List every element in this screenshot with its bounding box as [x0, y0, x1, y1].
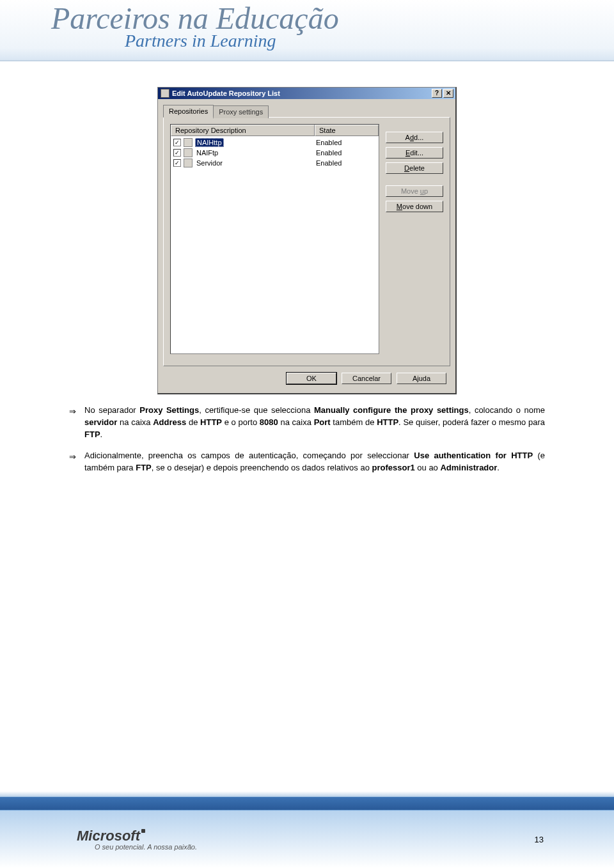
checkbox-icon[interactable]: ✓	[173, 149, 181, 157]
dialog-icon	[161, 89, 169, 98]
tab-proxy-settings[interactable]: Proxy settings	[213, 105, 269, 118]
delete-button[interactable]: Delete	[386, 162, 443, 174]
repo-icon	[184, 148, 193, 157]
repo-icon	[184, 138, 193, 147]
edit-button[interactable]: Edit...	[386, 147, 443, 159]
tab-strip: Repositories Proxy settings	[163, 104, 450, 117]
paragraph-2: ⇒ Adicionalmente, preencha os campos de …	[84, 450, 545, 474]
repo-state: Enabled	[312, 149, 376, 157]
repo-state: Enabled	[312, 139, 376, 146]
checkbox-icon[interactable]: ✓	[173, 139, 181, 146]
header-title: Parceiros na Educação	[51, 3, 614, 35]
cancel-button[interactable]: Cancelar	[342, 373, 391, 384]
col-description[interactable]: Repository Description	[171, 125, 315, 136]
list-item[interactable]: ✓ Servidor Enabled	[171, 158, 379, 168]
paragraph-1: ⇒ No separador Proxy Settings, certifiqu…	[84, 405, 545, 441]
add-button[interactable]: Add...	[386, 132, 443, 143]
bullet-arrow-icon: ⇒	[69, 406, 76, 418]
document-body-text: ⇒ No separador Proxy Settings, certifiqu…	[0, 394, 614, 474]
dialog-bottom-buttons: OK Cancelar Ajuda	[163, 366, 450, 387]
header-banner: Parceiros na Educação Partners in Learni…	[0, 0, 614, 61]
side-button-group: Add... Edit... Delete Move up Move down	[386, 124, 443, 354]
tab-repositories[interactable]: Repositories	[163, 105, 214, 118]
list-item[interactable]: ✓ NAIHttp Enabled	[171, 137, 379, 148]
repo-state: Enabled	[312, 159, 376, 167]
dialog-container: Edit AutoUpdate Repository List ? ✕ Repo…	[0, 87, 614, 394]
header-subtitle: Partners in Learning	[125, 31, 614, 51]
repo-name: NAIHttp	[195, 138, 224, 147]
ok-button[interactable]: OK	[287, 373, 336, 384]
repo-name: NAIFtp	[195, 149, 219, 157]
close-button[interactable]: ✕	[443, 89, 453, 98]
dialog-title: Edit AutoUpdate Repository List	[172, 89, 280, 97]
microsoft-logo-block: Microsoft O seu potencial. A nossa paixã…	[77, 828, 197, 851]
dialog-edit-repository-list: Edit AutoUpdate Repository List ? ✕ Repo…	[157, 87, 457, 394]
tab-panel: Repository Description State ✓ NAIHttp E…	[163, 117, 450, 366]
list-header: Repository Description State	[171, 125, 379, 136]
help-button[interactable]: ?	[432, 89, 442, 98]
page-footer: Microsoft O seu potencial. A nossa paixã…	[0, 791, 614, 868]
checkbox-icon[interactable]: ✓	[173, 159, 181, 167]
bullet-arrow-icon: ⇒	[69, 451, 76, 463]
page-number: 13	[535, 835, 544, 844]
dialog-titlebar[interactable]: Edit AutoUpdate Repository List ? ✕	[158, 88, 455, 99]
move-up-button: Move up	[386, 185, 443, 197]
repo-name: Servidor	[195, 159, 224, 167]
move-down-button[interactable]: Move down	[386, 201, 443, 212]
col-state[interactable]: State	[315, 125, 379, 136]
repository-list[interactable]: Repository Description State ✓ NAIHttp E…	[170, 124, 379, 354]
microsoft-logo: Microsoft	[77, 828, 197, 844]
help-dialog-button[interactable]: Ajuda	[397, 373, 446, 384]
list-item[interactable]: ✓ NAIFtp Enabled	[171, 148, 379, 158]
repo-icon	[184, 159, 193, 167]
